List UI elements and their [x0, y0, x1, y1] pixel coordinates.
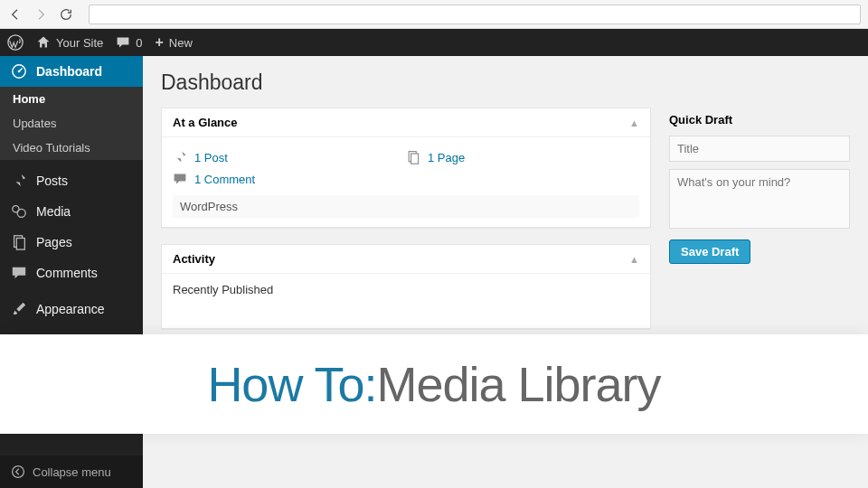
brush-icon	[11, 301, 27, 317]
overlay-banner: How To: Media Library	[0, 334, 868, 434]
draft-content-input[interactable]	[669, 169, 850, 229]
media-icon	[11, 203, 27, 220]
collapse-label: Collapse menu	[33, 465, 111, 479]
menu-label: Posts	[36, 174, 68, 188]
at-a-glance-header[interactable]: At a Glance ▲	[162, 108, 650, 137]
svg-rect-6	[16, 239, 24, 250]
glance-posts-text: 1 Post	[194, 151, 228, 164]
svg-point-7	[13, 466, 24, 478]
menu-dashboard[interactable]: Dashboard	[0, 56, 143, 87]
activity-recent-label: Recently Published	[173, 283, 639, 296]
menu-appearance[interactable]: Appearance	[0, 294, 143, 324]
wp-logo[interactable]	[7, 34, 24, 51]
url-bar[interactable]	[89, 5, 861, 24]
comment-icon	[11, 265, 27, 281]
glance-comments[interactable]: 1 Comment	[173, 168, 406, 190]
submenu-updates[interactable]: Updates	[0, 111, 143, 136]
svg-point-4	[17, 209, 25, 217]
menu-pages[interactable]: Pages	[0, 227, 143, 258]
quick-draft-title: Quick Draft	[669, 108, 850, 136]
box-title: Activity	[173, 252, 215, 266]
comment-icon	[173, 172, 187, 186]
menu-label: Pages	[36, 235, 72, 249]
pin-icon	[173, 150, 187, 164]
pages-icon	[11, 234, 27, 250]
new-link[interactable]: +New	[156, 34, 193, 51]
reload-button[interactable]	[58, 6, 74, 23]
glance-pages-text: 1 Page	[428, 151, 465, 164]
menu-posts[interactable]: Posts	[0, 165, 143, 196]
svg-point-2	[18, 70, 21, 73]
banner-suffix: Media Library	[376, 356, 660, 412]
toggle-icon: ▲	[629, 254, 639, 265]
submenu-tutorials[interactable]: Video Tutorials	[0, 136, 143, 160]
pin-icon	[11, 173, 27, 189]
glance-posts[interactable]: 1 Post	[173, 146, 406, 168]
menu-label: Dashboard	[36, 64, 102, 79]
menu-label: Media	[36, 204, 71, 219]
comment-count: 0	[136, 36, 142, 50]
back-button[interactable]	[7, 6, 24, 23]
menu-comments[interactable]: Comments	[0, 258, 143, 288]
submenu-home[interactable]: Home	[0, 87, 143, 111]
menu-label: Appearance	[36, 302, 105, 316]
dashboard-icon	[11, 63, 27, 80]
menu-media[interactable]: Media	[0, 196, 143, 227]
toggle-icon: ▲	[629, 117, 639, 128]
banner-prefix: How To:	[207, 356, 376, 412]
collapse-icon	[11, 465, 25, 479]
site-link[interactable]: Your Site	[36, 35, 103, 50]
activity-header[interactable]: Activity ▲	[162, 245, 650, 274]
comments-link[interactable]: 0	[116, 35, 142, 50]
collapse-menu[interactable]: Collapse menu	[0, 455, 143, 488]
glance-pages[interactable]: 1 Page	[406, 146, 639, 168]
draft-title-input[interactable]	[669, 136, 850, 162]
glance-comments-text: 1 Comment	[194, 173, 255, 186]
new-label: New	[169, 36, 193, 50]
page-title: Dashboard	[161, 70, 850, 95]
svg-rect-9	[411, 154, 419, 164]
browser-toolbar	[0, 0, 868, 29]
wp-version: WordPress	[173, 195, 639, 218]
box-title: At a Glance	[173, 116, 238, 129]
save-draft-button[interactable]: Save Draft	[669, 239, 750, 264]
wp-admin-bar: Your Site 0 +New	[0, 29, 868, 56]
activity-box: Activity ▲ Recently Published	[161, 244, 651, 329]
at-a-glance-box: At a Glance ▲ 1 Post 1 Page 1 Comment Wo…	[161, 108, 651, 228]
dashboard-submenu: Home Updates Video Tutorials	[0, 87, 143, 160]
menu-label: Comments	[36, 266, 98, 280]
forward-button[interactable]	[33, 6, 49, 23]
pages-icon	[406, 150, 420, 164]
site-name: Your Site	[56, 36, 103, 50]
